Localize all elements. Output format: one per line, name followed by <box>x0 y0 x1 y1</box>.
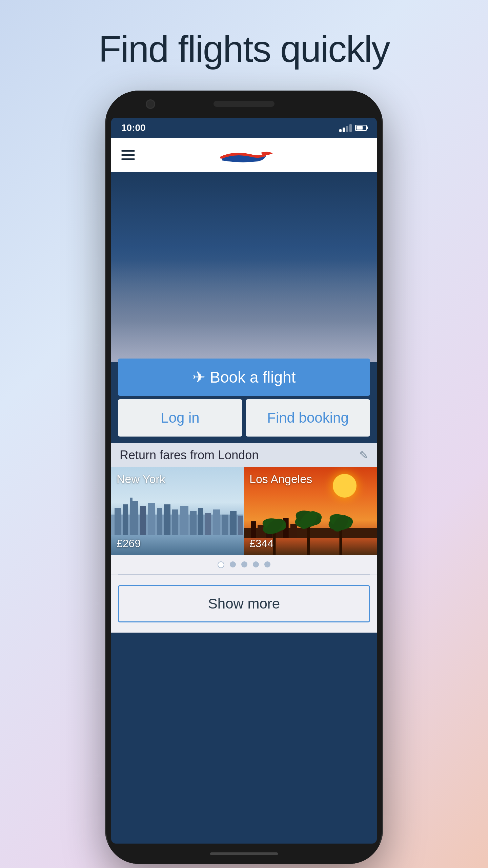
newyork-price: £269 <box>117 537 141 550</box>
svg-rect-5 <box>140 506 146 535</box>
svg-rect-14 <box>213 509 220 535</box>
losangeles-price: £344 <box>249 537 273 550</box>
find-booking-button[interactable]: Find booking <box>246 399 370 437</box>
svg-rect-8 <box>164 504 170 535</box>
destination-card-losangeles[interactable]: Los Angeles £344 <box>244 467 377 555</box>
svg-rect-10 <box>180 506 188 535</box>
login-button[interactable]: Log in <box>118 399 242 437</box>
menu-line-3 <box>121 158 135 160</box>
svg-rect-11 <box>190 511 197 535</box>
signal-bar-4 <box>349 124 352 132</box>
ba-logo <box>214 147 274 163</box>
svg-rect-15 <box>222 515 228 535</box>
cta-buttons-section: ✈ Book a flight Log in Find booking <box>111 359 377 437</box>
svg-rect-3 <box>130 501 138 535</box>
phone-speaker <box>214 101 274 107</box>
carousel-dot-2[interactable] <box>230 561 236 567</box>
menu-line-2 <box>121 154 135 156</box>
return-fares-title: Return fares from London <box>120 448 259 462</box>
signal-bar-2 <box>343 128 345 132</box>
ba-logo-svg <box>214 147 274 163</box>
hero-clouds <box>111 260 377 362</box>
newyork-label: New York <box>117 472 165 486</box>
svg-rect-16 <box>230 511 237 535</box>
svg-rect-17 <box>238 516 243 535</box>
destination-card-newyork[interactable]: New York £269 <box>111 467 244 555</box>
show-more-button[interactable]: Show more <box>118 585 370 622</box>
phone-device: 10:00 <box>105 91 383 864</box>
phone-bottom-bezel <box>105 844 383 864</box>
svg-rect-12 <box>198 508 203 535</box>
battery-icon <box>355 125 367 131</box>
carousel-dot-3[interactable] <box>241 561 247 567</box>
svg-rect-4 <box>130 498 133 503</box>
phone-screen: 10:00 <box>111 118 377 844</box>
svg-rect-9 <box>172 509 178 535</box>
edit-icon[interactable]: ✎ <box>359 449 368 462</box>
book-flight-button[interactable]: ✈ Book a flight <box>118 359 370 396</box>
destination-cards: New York £269 <box>111 467 377 555</box>
signal-bar-3 <box>346 126 348 132</box>
signal-bar-1 <box>339 129 342 132</box>
carousel-dots <box>111 555 377 574</box>
phone-camera <box>146 99 155 109</box>
status-icons <box>339 124 367 132</box>
carousel-dot-4[interactable] <box>253 561 259 567</box>
carousel-dot-5[interactable] <box>264 561 270 567</box>
status-time: 10:00 <box>121 122 146 133</box>
newyork-skyline-icon <box>111 494 243 535</box>
losangeles-label: Los Angeles <box>249 472 312 486</box>
svg-rect-13 <box>205 513 211 535</box>
battery-fill <box>357 126 363 130</box>
menu-line-1 <box>121 150 135 152</box>
phone-top-bezel <box>105 91 383 118</box>
svg-rect-7 <box>157 508 162 535</box>
hero-area <box>111 172 377 362</box>
return-fares-section: Return fares from London ✎ <box>111 443 377 633</box>
return-fares-header: Return fares from London ✎ <box>111 443 377 467</box>
home-indicator <box>210 852 278 855</box>
svg-rect-6 <box>148 503 155 535</box>
show-more-container: Show more <box>111 575 377 633</box>
secondary-buttons-row: Log in Find booking <box>118 399 370 437</box>
signal-icon <box>339 124 352 132</box>
hamburger-menu-icon[interactable] <box>121 150 135 160</box>
svg-rect-2 <box>123 504 128 535</box>
svg-rect-1 <box>115 508 121 535</box>
page-headline: Find flights quickly <box>99 27 390 70</box>
app-header <box>111 138 377 172</box>
carousel-dot-1[interactable] <box>218 561 224 568</box>
status-bar: 10:00 <box>111 118 377 138</box>
